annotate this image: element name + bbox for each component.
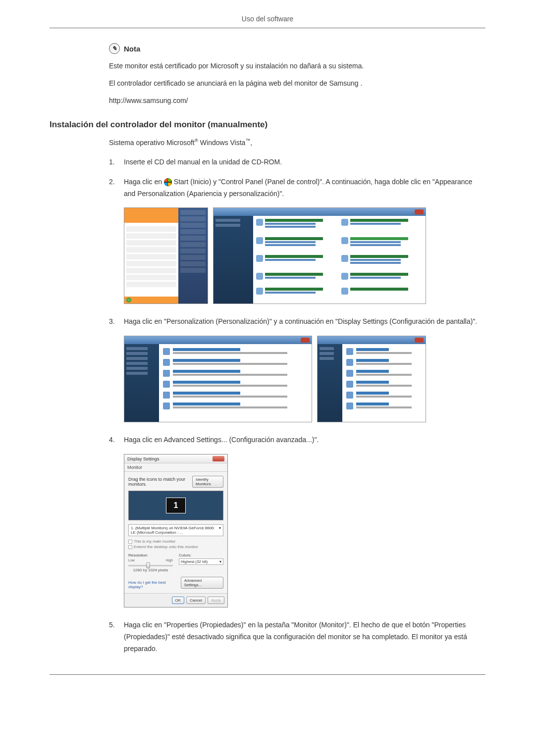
step-4-text: Haga clic en Advanced Settings... (Confi…	[124, 434, 485, 446]
main-monitor-checkbox-row[interactable]: This is my main monitor	[128, 539, 223, 544]
resolution-value: 1280 by 1024 pixels	[128, 568, 173, 572]
dropdown-value: 1. (Multiple Monitors) on NVIDIA GeForce…	[131, 526, 219, 535]
colors-dropdown[interactable]: Highest (32 bit) ▾	[179, 558, 223, 565]
category-icon	[341, 273, 348, 280]
category-item	[341, 219, 423, 235]
category-icon	[256, 237, 263, 244]
list-item	[163, 370, 308, 377]
list-item	[346, 403, 422, 409]
list-item	[126, 282, 176, 287]
cancel-button[interactable]: Cancel	[186, 597, 206, 604]
dialog-body: Drag the icons to match your monitors. I…	[124, 472, 227, 593]
item-icon	[163, 359, 170, 366]
start-menu-mock	[124, 207, 208, 304]
category-item	[341, 273, 423, 286]
item-icon	[163, 381, 170, 388]
advanced-settings-button[interactable]: Advanced Settings...	[181, 577, 223, 589]
list-item	[180, 242, 206, 247]
list-item	[126, 254, 176, 259]
content-area	[159, 344, 312, 422]
list-item	[126, 233, 176, 239]
os-prefix: Sistema operativo Microsoft	[109, 138, 195, 146]
list-item	[163, 392, 308, 399]
identify-monitors-button[interactable]: Identify Monitors	[192, 476, 223, 488]
list-item	[180, 210, 206, 215]
checkbox-icon	[128, 545, 132, 549]
list-item	[126, 240, 176, 246]
list-item	[346, 381, 422, 388]
list-item	[180, 261, 206, 266]
checkbox-icon	[128, 540, 132, 544]
category-item	[341, 255, 423, 271]
start-menu-right	[178, 208, 208, 303]
footer-divider	[50, 674, 485, 675]
close-icon[interactable]	[213, 456, 224, 461]
step-list-5: 5. Haga clic en "Properties (Propiedades…	[109, 619, 485, 655]
step-5: 5. Haga clic en "Properties (Propiedades…	[109, 619, 485, 655]
apply-button[interactable]: Apply	[208, 597, 224, 604]
resolution-label: Resolution:	[128, 553, 173, 557]
ok-button[interactable]: OK	[172, 597, 185, 604]
list-item	[346, 392, 422, 399]
start-menu-left	[124, 208, 178, 303]
monitor-1-icon[interactable]: 1	[166, 498, 186, 513]
step-5-text: Haga clic en "Properties (Propiedades)" …	[124, 619, 485, 655]
note-header: ✎ Nota	[109, 43, 485, 54]
screenshot-display-settings: Display Settings Monitor Drag the icons …	[124, 454, 485, 607]
dialog-footer: OK Cancel Apply	[124, 593, 227, 607]
check-label-2: Extend the desktop onto this monitor	[134, 545, 198, 549]
resolution-slider[interactable]	[128, 565, 173, 566]
window-titlebar	[124, 336, 312, 344]
step-2-text-b: Start (Inicio) y "Control Panel (Panel d…	[124, 178, 472, 198]
monitor-select-dropdown[interactable]: 1. (Multiple Monitors) on NVIDIA GeForce…	[128, 524, 223, 536]
step-2: 2. Haga clic en Start (Inicio) y "Contro…	[109, 176, 485, 200]
item-icon	[346, 381, 353, 388]
display-settings-dialog: Display Settings Monitor Drag the icons …	[124, 454, 228, 607]
os-suffix: ,	[250, 138, 252, 146]
note-line-2: El controlador certificado se anunciará …	[109, 77, 485, 90]
category-icon	[256, 273, 263, 280]
control-panel-sidebar	[214, 216, 253, 303]
os-line: Sistema operativo Microsoft® Windows Vis…	[109, 137, 485, 149]
list-item	[346, 348, 422, 355]
window-titlebar	[214, 208, 426, 216]
extend-desktop-checkbox-row[interactable]: Extend the desktop onto this monitor	[128, 545, 223, 549]
monitor-tab[interactable]: Monitor	[124, 463, 227, 472]
category-item	[256, 255, 337, 271]
colors-col: Colors: Highest (32 bit) ▾	[179, 553, 223, 572]
item-icon	[163, 370, 170, 377]
monitor-preview-area: 1	[128, 491, 223, 520]
step-1: 1. Inserte el CD del manual en la unidad…	[109, 156, 485, 168]
appearance-window-mock	[124, 336, 312, 422]
list-item	[180, 223, 206, 228]
dialog-title: Display Settings	[127, 456, 160, 461]
list-item	[126, 226, 176, 232]
category-icon	[256, 255, 263, 262]
step-4-num: 4.	[109, 434, 124, 446]
note-block: ✎ Nota Este monitor está certificado por…	[109, 43, 485, 107]
windows-start-icon	[164, 178, 172, 186]
category-icon	[341, 237, 348, 244]
colors-label: Colors:	[179, 553, 223, 557]
list-item	[163, 403, 308, 409]
res-high-label: High	[166, 558, 173, 562]
personalization-window-mock	[317, 336, 426, 422]
close-icon	[415, 209, 424, 214]
help-link[interactable]: How do I get the best display?	[128, 580, 181, 589]
list-item	[180, 229, 206, 234]
item-icon	[346, 392, 353, 399]
step-3-num: 3.	[109, 316, 124, 328]
step-1-num: 1.	[109, 156, 124, 168]
list-item	[346, 370, 422, 377]
list-item	[180, 268, 206, 273]
step-list-4: 4. Haga clic en Advanced Settings... (Co…	[109, 434, 485, 446]
list-item	[180, 236, 206, 241]
start-orb-icon	[126, 298, 131, 302]
chevron-down-icon: ▾	[219, 526, 221, 535]
step-2-num: 2.	[109, 176, 124, 200]
item-icon	[346, 359, 353, 366]
resolution-slider-col: Resolution: Low High 1280 by 1024 pixels	[128, 553, 173, 572]
list-item	[346, 359, 422, 366]
section-heading: Instalación del controlador del monitor …	[50, 120, 485, 130]
list-item	[126, 247, 176, 252]
